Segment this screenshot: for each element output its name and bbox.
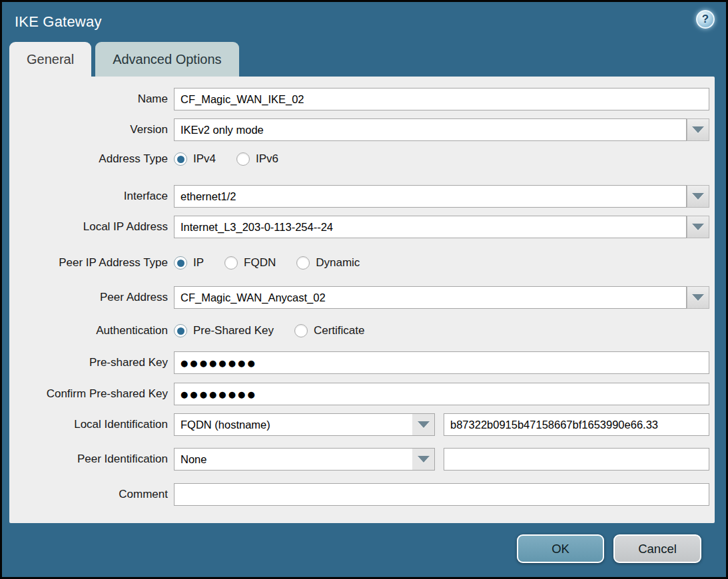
peer-identification-value-input[interactable]: [444, 448, 709, 471]
address-type-label: Address Type: [9, 152, 174, 166]
radio-selected-icon: [174, 152, 187, 166]
local-ip-address-input[interactable]: [174, 216, 687, 238]
authentication-row: Authentication Pre-Shared Key Certificat…: [9, 321, 709, 341]
auth-certificate-radio[interactable]: Certificate: [294, 324, 365, 337]
comment-row: Comment: [9, 483, 709, 506]
comment-label: Comment: [9, 488, 174, 501]
radio-unselected-icon: [224, 256, 238, 270]
local-ip-address-label: Local IP Address: [9, 220, 174, 234]
ok-button[interactable]: OK: [517, 534, 604, 563]
peer-identification-label: Peer Identification: [9, 453, 174, 466]
tab-advanced-options[interactable]: Advanced Options: [95, 42, 238, 77]
help-icon[interactable]: ?: [696, 10, 715, 29]
peer-address-dropdown-button[interactable]: [687, 286, 709, 309]
local-identification-dropdown-button[interactable]: [412, 414, 434, 435]
chevron-down-icon: [692, 193, 704, 200]
tab-general-label: General: [27, 52, 74, 67]
ike-gateway-dialog: IKE Gateway ? General Advanced Options N…: [0, 0, 728, 579]
peer-address-input[interactable]: [174, 286, 687, 309]
name-row: Name: [9, 88, 709, 110]
tab-general[interactable]: General: [9, 42, 91, 77]
radio-selected-icon: [174, 256, 187, 270]
radio-selected-icon: [174, 324, 187, 337]
dialog-titlebar: IKE Gateway ?: [2, 2, 726, 42]
peer-identification-dropdown-button[interactable]: [412, 449, 434, 470]
name-label: Name: [9, 93, 174, 106]
peer-identification-type-value: None: [175, 453, 412, 466]
local-identification-type-select[interactable]: FQDN (hostname): [174, 413, 435, 436]
pre-shared-key-label: Pre-shared Key: [9, 356, 174, 369]
local-identification-row: Local Identification FQDN (hostname): [9, 413, 709, 436]
peer-address-label: Peer Address: [9, 291, 174, 304]
interface-label: Interface: [9, 190, 174, 203]
auth-pre-shared-key-label: Pre-Shared Key: [193, 324, 274, 337]
address-type-ipv6-radio[interactable]: IPv6: [236, 152, 278, 166]
interface-dropdown-button[interactable]: [687, 185, 709, 208]
pre-shared-key-input[interactable]: [174, 351, 709, 374]
tab-bar: General Advanced Options: [9, 42, 726, 77]
address-type-ipv6-label: IPv6: [256, 152, 278, 166]
chevron-down-icon: [418, 456, 430, 463]
local-identification-label: Local Identification: [9, 418, 174, 431]
address-type-ipv4-radio[interactable]: IPv4: [174, 152, 216, 166]
address-type-ipv4-label: IPv4: [193, 152, 216, 166]
chevron-down-icon: [692, 294, 704, 301]
pre-shared-key-row: Pre-shared Key: [9, 351, 709, 374]
authentication-label: Authentication: [9, 324, 174, 337]
general-tab-panel: Name Version Address Type IPv4: [9, 77, 715, 523]
tab-advanced-options-label: Advanced Options: [113, 52, 221, 67]
radio-unselected-icon: [236, 152, 250, 166]
chevron-down-icon: [692, 126, 704, 133]
local-identification-value-input[interactable]: [444, 413, 709, 436]
peer-identification-type-select[interactable]: None: [174, 448, 435, 471]
local-ip-address-dropdown-button[interactable]: [687, 216, 709, 238]
peer-ip-address-type-row: Peer IP Address Type IP FQDN Dynamic: [9, 253, 709, 273]
interface-row: Interface: [9, 185, 709, 208]
version-dropdown-button[interactable]: [687, 118, 709, 141]
local-ip-address-row: Local IP Address: [9, 216, 709, 238]
dialog-title: IKE Gateway: [15, 13, 102, 31]
peer-ip-type-dynamic-radio[interactable]: Dynamic: [296, 256, 360, 270]
name-input[interactable]: [174, 88, 709, 110]
confirm-pre-shared-key-label: Confirm Pre-shared Key: [9, 387, 174, 401]
cancel-button[interactable]: Cancel: [613, 534, 701, 563]
address-type-row: Address Type IPv4 IPv6: [9, 149, 709, 169]
version-input[interactable]: [174, 118, 687, 141]
peer-ip-type-fqdn-radio[interactable]: FQDN: [224, 256, 276, 270]
peer-ip-address-type-label: Peer IP Address Type: [9, 256, 174, 270]
interface-input[interactable]: [174, 185, 687, 208]
peer-ip-type-ip-radio[interactable]: IP: [174, 256, 204, 270]
confirm-pre-shared-key-row: Confirm Pre-shared Key: [9, 383, 709, 405]
peer-ip-type-ip-label: IP: [193, 256, 204, 270]
chevron-down-icon: [692, 224, 704, 230]
local-identification-type-value: FQDN (hostname): [175, 419, 412, 431]
chevron-down-icon: [418, 421, 430, 428]
peer-address-row: Peer Address: [9, 286, 709, 309]
radio-unselected-icon: [294, 324, 308, 337]
comment-input[interactable]: [174, 483, 709, 506]
dialog-footer: OK Cancel: [2, 523, 726, 563]
auth-certificate-label: Certificate: [314, 324, 365, 337]
version-label: Version: [9, 123, 174, 136]
peer-ip-type-fqdn-label: FQDN: [244, 256, 276, 270]
version-row: Version: [9, 118, 709, 141]
radio-unselected-icon: [296, 256, 310, 270]
auth-pre-shared-key-radio[interactable]: Pre-Shared Key: [174, 324, 274, 337]
confirm-pre-shared-key-input[interactable]: [174, 383, 709, 405]
peer-identification-row: Peer Identification None: [9, 448, 709, 471]
peer-ip-type-dynamic-label: Dynamic: [316, 256, 360, 270]
